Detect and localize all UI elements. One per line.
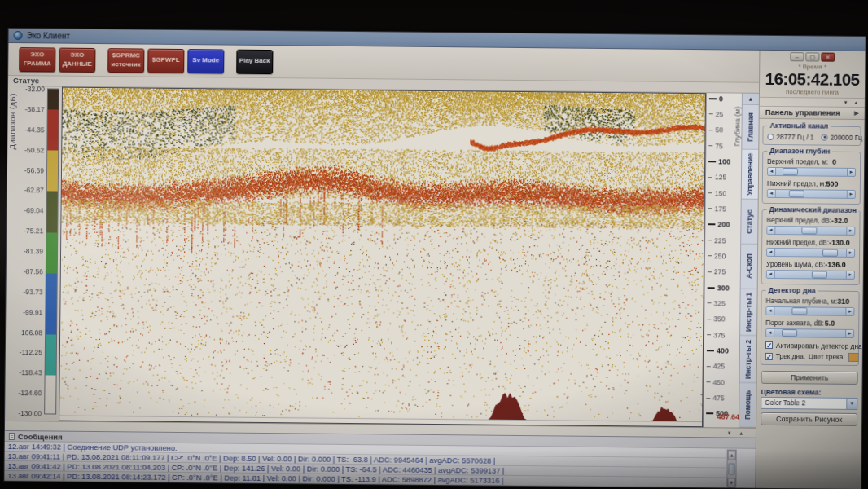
- messages-panel: Сообщения 12.авг 14:49:32 | Соединение U…: [4, 430, 756, 488]
- toolbar-button-gprmc-source[interactable]: $GPRMCисточник: [107, 48, 144, 73]
- tab-a-scope[interactable]: А-Скоп: [741, 244, 758, 289]
- slider-thumb[interactable]: [811, 271, 826, 278]
- panel-empty-area: [758, 426, 859, 487]
- slider-right-icon[interactable]: ►: [846, 249, 854, 256]
- radio-icon[interactable]: [767, 133, 774, 139]
- slider-value: 500: [826, 179, 838, 187]
- messages-rows: 12.авг 14:49:32 | Соединение UDP установ…: [4, 442, 726, 488]
- collapse-down-icon[interactable]: ▾: [844, 99, 848, 105]
- status-label: Статус: [13, 76, 39, 85]
- scroll-down-icon[interactable]: ▼: [727, 478, 735, 487]
- ruler-scroll-up-icon[interactable]: ▴: [739, 430, 743, 436]
- slider-label: Уровень шума, dB:: [766, 259, 825, 268]
- toolbar-button-gpwpl[interactable]: $GPWPL: [147, 48, 184, 73]
- channel-radio-option[interactable]: 200000 Гц / 2: [822, 133, 865, 142]
- slider-left-icon[interactable]: ◄: [767, 270, 775, 277]
- slider-left-icon[interactable]: ◄: [768, 167, 776, 174]
- color-scheme-label: Цветовая схема:: [761, 387, 857, 396]
- depth-tick: 275: [708, 268, 739, 275]
- db-scale-label: -69.04: [24, 206, 43, 214]
- depth-tick: 325: [707, 300, 738, 307]
- slider-right-icon[interactable]: ►: [845, 329, 853, 337]
- upper-depth-slider[interactable]: ◄ ►: [767, 166, 856, 176]
- right-panel-column: – ▢ ✕ * Время * 16:05:42.105 последнего …: [755, 51, 865, 489]
- dropdown-arrow-icon[interactable]: ▼: [846, 398, 857, 408]
- slider-thumb[interactable]: [791, 307, 807, 315]
- save-picture-button[interactable]: Сохранить Рисунок: [761, 412, 857, 425]
- slider-thumb[interactable]: [788, 190, 804, 197]
- depth-range-group: Диапазон глубин Верхний предел, м: 0 ◄ ►…: [762, 150, 861, 204]
- ping-time: 16:05:42.105: [760, 70, 865, 89]
- depth-tick: 350: [707, 315, 738, 323]
- control-panel-header[interactable]: Панель управления ▶: [760, 106, 865, 119]
- slider-thumb[interactable]: [801, 227, 817, 234]
- tab-scroll-up-icon[interactable]: ▲: [743, 94, 759, 105]
- slider-left-icon[interactable]: ◄: [767, 226, 775, 233]
- depth-tick: 475: [706, 394, 737, 402]
- start-depth-slider[interactable]: ◄ ►: [765, 306, 854, 315]
- lower-depth-slider[interactable]: ◄ ►: [767, 188, 856, 198]
- toolbar-button-echogram[interactable]: ЭХОГРАММА: [19, 47, 55, 72]
- scrollbar-thumb[interactable]: [728, 463, 734, 474]
- slider-right-icon[interactable]: ►: [846, 227, 854, 234]
- radio-selected-icon[interactable]: [822, 134, 828, 140]
- tab-control[interactable]: Управление: [742, 150, 759, 200]
- tab-help[interactable]: Помощь: [739, 383, 756, 428]
- db-scale-label: -44.35: [24, 126, 44, 134]
- close-button[interactable]: ✕: [821, 53, 835, 62]
- toolbar-buttons: ЭХОГРАММАЭХОДАННЫЕ$GPRMCисточник$GPWPLSv…: [19, 43, 273, 77]
- db-scale-label: -50.52: [24, 146, 44, 154]
- tab-status[interactable]: Статус: [741, 200, 758, 244]
- bottom-depth-reading: 487.64: [717, 412, 740, 421]
- db-scale-label: -99.91: [23, 308, 42, 316]
- group-title: Активный канал: [768, 121, 831, 130]
- slider-label: Начальная глубина, м:: [765, 296, 837, 305]
- scroll-up-icon[interactable]: ▲: [728, 450, 736, 460]
- slider-right-icon[interactable]: ►: [847, 190, 855, 197]
- bottom-track-checkbox[interactable]: ✓: [765, 352, 773, 359]
- lower-db-slider[interactable]: ◄ ►: [766, 247, 855, 257]
- slider-thumb[interactable]: [783, 168, 798, 175]
- echogram-view: [59, 87, 706, 428]
- checkbox-label: Активировать детектор дна: [776, 341, 862, 350]
- track-color-swatch[interactable]: [848, 352, 859, 361]
- channel-radio-option[interactable]: 28777 Гц / 1: [767, 132, 813, 141]
- slider-thumb[interactable]: [822, 249, 838, 256]
- slider-left-icon[interactable]: ◄: [767, 248, 775, 255]
- toolbar-button-echodata[interactable]: ЭХОДАННЫЕ: [59, 47, 95, 72]
- slider-right-icon[interactable]: ►: [847, 168, 855, 175]
- apply-button[interactable]: Применить: [761, 370, 858, 384]
- document-icon: [9, 432, 15, 439]
- slider-left-icon[interactable]: ◄: [766, 306, 774, 314]
- slider-left-icon[interactable]: ◄: [768, 189, 776, 196]
- tab-main[interactable]: Главная: [742, 105, 759, 150]
- upper-db-slider[interactable]: ◄ ►: [766, 225, 855, 235]
- minimize-button[interactable]: –: [790, 52, 804, 61]
- slider-right-icon[interactable]: ►: [845, 307, 853, 315]
- toolbar-button-sv-mode[interactable]: Sv Mode: [187, 49, 224, 73]
- depth-tick: 450: [707, 378, 738, 385]
- activate-detector-checkbox[interactable]: ✓: [765, 341, 773, 349]
- group-title: Диапазон глубин: [767, 146, 832, 155]
- color-scheme-select[interactable]: Color Table 2 ▼: [761, 396, 857, 409]
- colorbar-segment: [46, 273, 57, 334]
- colorbar-segment: [46, 232, 57, 273]
- toolbar-button-play-back[interactable]: Play Back: [236, 49, 273, 73]
- side-tabstrip: ▲ ГлавнаяУправлениеСтатусА-СкопИнстр-ты …: [739, 94, 759, 428]
- maximize-button[interactable]: ▢: [805, 52, 819, 61]
- tab-instr-1[interactable]: Инстр-ты 1: [740, 289, 757, 337]
- app-icon: [14, 31, 23, 40]
- slider-label: Порог захвата, dB:: [765, 318, 824, 327]
- slider-right-icon[interactable]: ►: [846, 271, 854, 278]
- tab-instr-2[interactable]: Инстр-ты 2: [740, 336, 757, 383]
- slider-value: 0: [832, 157, 836, 165]
- noise-level-slider[interactable]: ◄ ►: [766, 269, 855, 279]
- messages-scrollbar[interactable]: ▲ ▼: [726, 449, 736, 486]
- ruler-scroll-down-icon[interactable]: ▾: [728, 430, 731, 436]
- capture-threshold-slider[interactable]: ◄ ►: [765, 328, 854, 337]
- slider-value: -130.0: [829, 238, 850, 246]
- collapse-up-icon[interactable]: ▴: [854, 99, 857, 105]
- slider-left-icon[interactable]: ◄: [766, 328, 774, 336]
- track-color-label: Цвет трека:: [809, 352, 845, 360]
- slider-thumb[interactable]: [782, 329, 797, 337]
